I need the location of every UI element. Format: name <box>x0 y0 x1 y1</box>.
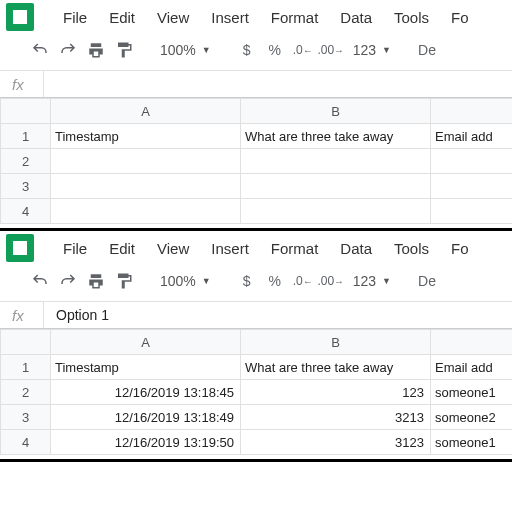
col-header-c[interactable] <box>431 330 513 355</box>
menu-edit[interactable]: Edit <box>98 236 146 261</box>
row-header[interactable]: 1 <box>1 124 51 149</box>
row-header[interactable]: 1 <box>1 355 51 380</box>
row-header[interactable]: 3 <box>1 174 51 199</box>
menu-file[interactable]: File <box>52 236 98 261</box>
cell[interactable] <box>431 174 513 199</box>
fx-icon: fx <box>0 302 44 328</box>
col-header-a[interactable]: A <box>51 99 241 124</box>
menu-view[interactable]: View <box>146 5 200 30</box>
menu-insert[interactable]: Insert <box>200 5 260 30</box>
spreadsheet-bottom: File Edit View Insert Format Data Tools … <box>0 231 512 462</box>
undo-icon[interactable] <box>28 269 52 293</box>
decrease-decimal-icon[interactable]: .0← <box>291 269 315 293</box>
decrease-decimal-icon[interactable]: .0← <box>291 38 315 62</box>
cell[interactable]: someone1 <box>431 380 513 405</box>
increase-decimal-icon[interactable]: .00→ <box>319 38 343 62</box>
increase-decimal-icon[interactable]: .00→ <box>319 269 343 293</box>
cell[interactable]: What are three take away <box>241 124 431 149</box>
cell[interactable]: 3123 <box>241 430 431 455</box>
cell[interactable]: 12/16/2019 13:18:45 <box>51 380 241 405</box>
row-header[interactable]: 3 <box>1 405 51 430</box>
fx-icon: fx <box>0 71 44 97</box>
numfmt-value: 123 <box>353 273 376 289</box>
print-icon[interactable] <box>84 38 108 62</box>
cell[interactable]: 12/16/2019 13:19:50 <box>51 430 241 455</box>
table-row: 2 <box>1 149 513 174</box>
cell[interactable]: someone1 <box>431 430 513 455</box>
cell[interactable] <box>431 149 513 174</box>
caret-down-icon: ▼ <box>382 45 391 55</box>
menu-bar: File Edit View Insert Format Data Tools … <box>52 5 480 30</box>
column-header-row: A B <box>1 330 513 355</box>
cell[interactable] <box>51 149 241 174</box>
cell[interactable] <box>241 149 431 174</box>
corner-cell[interactable] <box>1 330 51 355</box>
paint-format-icon[interactable] <box>112 38 136 62</box>
cell[interactable] <box>241 199 431 224</box>
menu-tools[interactable]: Tools <box>383 236 440 261</box>
col-header-b[interactable]: B <box>241 330 431 355</box>
number-format-dropdown[interactable]: 123 ▼ <box>347 42 397 58</box>
menu-more[interactable]: Fo <box>440 5 480 30</box>
cell[interactable]: What are three take away <box>241 355 431 380</box>
zoom-dropdown[interactable]: 100% ▼ <box>154 42 217 58</box>
menu-data[interactable]: Data <box>329 236 383 261</box>
formula-bar: fx Option 1 <box>0 301 512 329</box>
percent-button[interactable]: % <box>263 38 287 62</box>
cell[interactable]: 12/16/2019 13:18:49 <box>51 405 241 430</box>
menu-format[interactable]: Format <box>260 5 330 30</box>
cell[interactable]: someone2 <box>431 405 513 430</box>
menu-format[interactable]: Format <box>260 236 330 261</box>
menu-file[interactable]: File <box>52 5 98 30</box>
menu-edit[interactable]: Edit <box>98 5 146 30</box>
cell[interactable]: 3213 <box>241 405 431 430</box>
col-header-b[interactable]: B <box>241 99 431 124</box>
font-dropdown[interactable]: De <box>415 269 439 293</box>
column-header-row: A B <box>1 99 513 124</box>
zoom-value: 100% <box>160 42 196 58</box>
menu-view[interactable]: View <box>146 236 200 261</box>
paint-format-icon[interactable] <box>112 269 136 293</box>
cell[interactable]: Email add <box>431 355 513 380</box>
cell[interactable]: Timestamp <box>51 124 241 149</box>
zoom-value: 100% <box>160 273 196 289</box>
toolbar: 100% ▼ $ % .0← .00→ 123 ▼ De <box>0 261 512 301</box>
cell[interactable] <box>51 174 241 199</box>
cell[interactable]: Email add <box>431 124 513 149</box>
formula-input[interactable]: Option 1 <box>44 307 512 323</box>
grid-bottom: A B 1 Timestamp What are three take away… <box>0 329 512 455</box>
menu-data[interactable]: Data <box>329 5 383 30</box>
cell[interactable] <box>431 199 513 224</box>
redo-icon[interactable] <box>56 269 80 293</box>
cell[interactable]: Timestamp <box>51 355 241 380</box>
caret-down-icon: ▼ <box>202 276 211 286</box>
print-icon[interactable] <box>84 269 108 293</box>
formula-bar: fx <box>0 70 512 98</box>
row-header[interactable]: 4 <box>1 199 51 224</box>
undo-icon[interactable] <box>28 38 52 62</box>
grid-top: A B 1 Timestamp What are three take away… <box>0 98 512 224</box>
cell[interactable]: 123 <box>241 380 431 405</box>
cell[interactable] <box>51 199 241 224</box>
table-row: 2 12/16/2019 13:18:45 123 someone1 <box>1 380 513 405</box>
percent-button[interactable]: % <box>263 269 287 293</box>
currency-button[interactable]: $ <box>235 38 259 62</box>
titlebar: File Edit View Insert Format Data Tools … <box>0 231 512 261</box>
redo-icon[interactable] <box>56 38 80 62</box>
col-header-a[interactable]: A <box>51 330 241 355</box>
menu-insert[interactable]: Insert <box>200 236 260 261</box>
row-header[interactable]: 4 <box>1 430 51 455</box>
menu-tools[interactable]: Tools <box>383 5 440 30</box>
row-header[interactable]: 2 <box>1 149 51 174</box>
table-row: 4 <box>1 199 513 224</box>
table-row: 4 12/16/2019 13:19:50 3123 someone1 <box>1 430 513 455</box>
zoom-dropdown[interactable]: 100% ▼ <box>154 273 217 289</box>
font-dropdown[interactable]: De <box>415 38 439 62</box>
number-format-dropdown[interactable]: 123 ▼ <box>347 273 397 289</box>
menu-more[interactable]: Fo <box>440 236 480 261</box>
cell[interactable] <box>241 174 431 199</box>
currency-button[interactable]: $ <box>235 269 259 293</box>
col-header-c[interactable] <box>431 99 513 124</box>
row-header[interactable]: 2 <box>1 380 51 405</box>
corner-cell[interactable] <box>1 99 51 124</box>
